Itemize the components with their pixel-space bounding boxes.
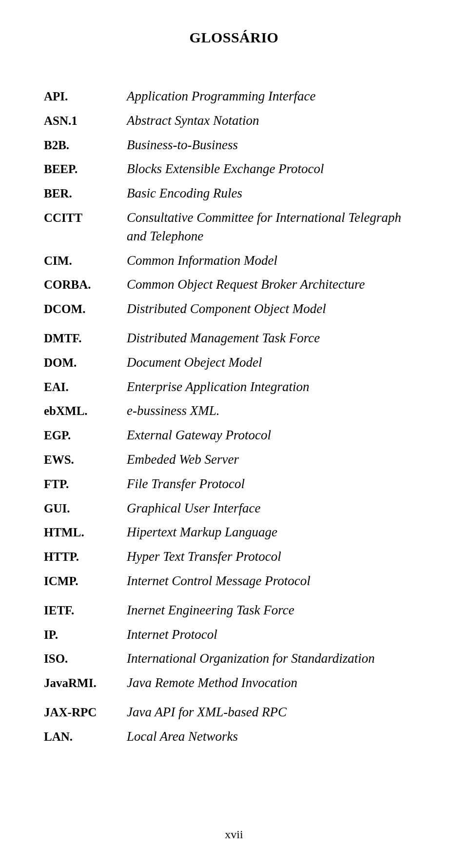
glossary-definition: Distributed Management Task Force — [127, 329, 320, 348]
glossary-row: JavaRMI.Java Remote Method Invocation — [44, 674, 424, 692]
glossary-definition: Business-to-Business — [127, 136, 238, 155]
glossary-definition: Basic Encoding Rules — [127, 184, 242, 203]
glossary-term: HTML. — [44, 526, 127, 539]
glossary-term: LAN. — [44, 730, 127, 744]
glossary-term: EWS. — [44, 453, 127, 467]
glossary-definition: Abstract Syntax Notation — [127, 112, 259, 130]
glossary-row: CCITTConsultative Committee for Internat… — [44, 209, 424, 246]
glossary-row: DOM.Document Obeject Model — [44, 354, 424, 372]
glossary-definition: Blocks Extensible Exchange Protocol — [127, 160, 324, 178]
glossary-definition: Enterprise Application Integration — [127, 378, 309, 396]
glossary-definition: File Transfer Protocol — [127, 475, 245, 493]
glossary-row: FTP.File Transfer Protocol — [44, 475, 424, 493]
glossary-definition: Common Object Request Broker Architectur… — [127, 276, 365, 294]
glossary-term: EGP. — [44, 429, 127, 442]
glossary-definition: Embeded Web Server — [127, 451, 239, 469]
glossary-definition: Hipertext Markup Language — [127, 523, 277, 542]
glossary-definition: Internet Control Message Protocol — [127, 572, 311, 591]
glossary-definition: Internet Protocol — [127, 626, 217, 644]
glossary-definition: International Organization for Standardi… — [127, 650, 375, 668]
glossary-row: IP.Internet Protocol — [44, 626, 424, 644]
glossary-definition: Graphical User Interface — [127, 499, 260, 518]
glossary-term: BEEP. — [44, 162, 127, 176]
glossary-row: API.Application Programming Interface — [44, 87, 424, 106]
glossary-term: DMTF. — [44, 332, 127, 345]
glossary-row: IETF.Inernet Engineering Task Force — [44, 601, 424, 620]
glossary-term: ISO. — [44, 652, 127, 666]
glossary-row: HTTP.Hyper Text Transfer Protocol — [44, 548, 424, 566]
glossary-row: ASN.1Abstract Syntax Notation — [44, 112, 424, 130]
glossary-page: GLOSSÁRIO API.Application Programming In… — [0, 0, 468, 868]
glossary-term: IP. — [44, 628, 127, 642]
page-number: xvii — [0, 828, 468, 841]
glossary-definition: Distributed Component Object Model — [127, 300, 326, 318]
glossary-entries: API.Application Programming InterfaceASN… — [44, 87, 424, 746]
glossary-row: EWS.Embeded Web Server — [44, 451, 424, 469]
glossary-term: ASN.1 — [44, 114, 127, 128]
glossary-definition: Common Information Model — [127, 252, 277, 270]
glossary-row: BER.Basic Encoding Rules — [44, 184, 424, 203]
glossary-term: CCITT — [44, 211, 127, 225]
glossary-term: ICMP. — [44, 574, 127, 588]
glossary-row: BEEP.Blocks Extensible Exchange Protocol — [44, 160, 424, 178]
glossary-term: BER. — [44, 187, 127, 200]
glossary-row: CORBA.Common Object Request Broker Archi… — [44, 276, 424, 294]
glossary-term: FTP. — [44, 477, 127, 491]
glossary-definition: Java Remote Method Invocation — [127, 674, 297, 692]
glossary-row: DMTF.Distributed Management Task Force — [44, 329, 424, 348]
glossary-definition: Application Programming Interface — [127, 87, 315, 106]
glossary-term: B2B. — [44, 138, 127, 152]
glossary-definition: Local Area Networks — [127, 728, 238, 746]
glossary-term: EAI. — [44, 380, 127, 394]
glossary-row: HTML.Hipertext Markup Language — [44, 523, 424, 542]
glossary-row: JAX-RPCJava API for XML-based RPC — [44, 703, 424, 722]
page-title: GLOSSÁRIO — [44, 29, 424, 46]
glossary-term: IETF. — [44, 604, 127, 617]
glossary-definition: e-bussiness XML. — [127, 402, 220, 420]
glossary-definition: Document Obeject Model — [127, 354, 262, 372]
glossary-term: JavaRMI. — [44, 676, 127, 690]
glossary-row: EAI.Enterprise Application Integration — [44, 378, 424, 396]
glossary-row: LAN.Local Area Networks — [44, 728, 424, 746]
glossary-row: ISO.International Organization for Stand… — [44, 650, 424, 668]
glossary-term: HTTP. — [44, 550, 127, 564]
glossary-row: GUI.Graphical User Interface — [44, 499, 424, 518]
glossary-row: ICMP.Internet Control Message Protocol — [44, 572, 424, 591]
glossary-term: ebXML. — [44, 404, 127, 418]
glossary-definition: Inernet Engineering Task Force — [127, 601, 294, 620]
glossary-row: ebXML.e-bussiness XML. — [44, 402, 424, 420]
glossary-definition: Hyper Text Transfer Protocol — [127, 548, 281, 566]
glossary-term: CIM. — [44, 254, 127, 268]
glossary-term: DOM. — [44, 356, 127, 370]
glossary-row: EGP.External Gateway Protocol — [44, 426, 424, 445]
glossary-row: DCOM.Distributed Component Object Model — [44, 300, 424, 318]
glossary-definition: Consultative Committee for International… — [127, 209, 424, 246]
glossary-term: GUI. — [44, 502, 127, 515]
glossary-term: API. — [44, 90, 127, 103]
glossary-definition: Java API for XML-based RPC — [127, 703, 287, 722]
glossary-term: CORBA. — [44, 278, 127, 292]
glossary-term: DCOM. — [44, 302, 127, 316]
glossary-row: CIM.Common Information Model — [44, 252, 424, 270]
glossary-row: B2B.Business-to-Business — [44, 136, 424, 155]
glossary-definition: External Gateway Protocol — [127, 426, 271, 445]
glossary-term: JAX-RPC — [44, 706, 127, 719]
